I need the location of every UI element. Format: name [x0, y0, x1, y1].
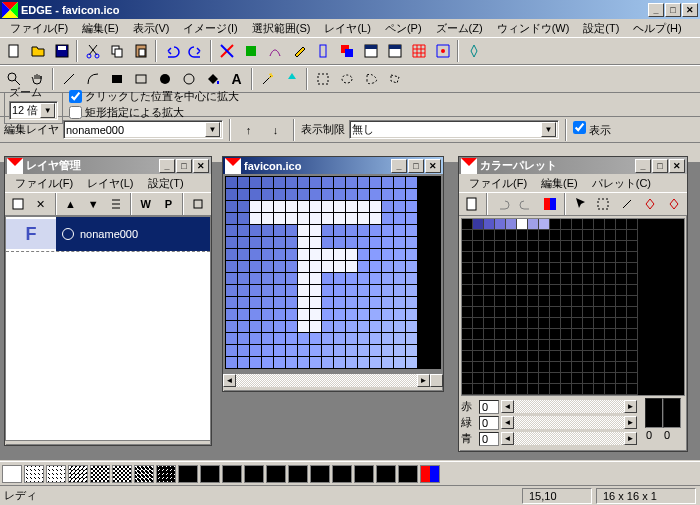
pattern-swatch[interactable] [178, 465, 198, 483]
pattern-swatch[interactable] [288, 465, 308, 483]
menu-help[interactable]: ヘルプ(H) [627, 20, 687, 37]
tool-f-button[interactable] [462, 40, 485, 62]
pattern-swatch[interactable] [2, 465, 22, 483]
pattern-swatch[interactable] [376, 465, 396, 483]
undo-button[interactable] [160, 40, 183, 62]
canvas-hscroll[interactable]: ◄► [223, 374, 443, 387]
canvas-window[interactable]: favicon.ico _□✕ ◄► [222, 156, 444, 392]
lm-menu-layer[interactable]: レイヤ(L) [81, 175, 139, 192]
pattern-swatch[interactable] [46, 465, 66, 483]
pattern-swatch[interactable] [68, 465, 88, 483]
pal-undo[interactable] [491, 193, 513, 215]
tool-b-button[interactable] [239, 40, 262, 62]
new-button[interactable] [2, 40, 25, 62]
edit-layer-dropdown[interactable]: noname000▼ [63, 120, 223, 139]
pal-t3[interactable] [663, 193, 685, 215]
redo-button[interactable] [184, 40, 207, 62]
pattern-swatch[interactable] [310, 465, 330, 483]
canvas-min[interactable]: _ [391, 159, 407, 173]
zoom-dropdown[interactable]: 12 倍▼ [9, 101, 58, 120]
sel-poly-tool[interactable] [383, 68, 406, 90]
layer-up-button[interactable]: ↑ [237, 119, 260, 141]
display-limit-dropdown[interactable]: 無し▼ [349, 120, 559, 139]
zoom-check2[interactable]: 矩形指定による拡大 [69, 105, 239, 120]
open-button[interactable] [26, 40, 49, 62]
maximize-button[interactable]: □ [665, 3, 681, 17]
text-tool[interactable]: A [225, 68, 248, 90]
pattern-swatch[interactable] [90, 465, 110, 483]
close-button[interactable]: ✕ [682, 3, 698, 17]
pattern-black[interactable] [398, 465, 418, 483]
b-value[interactable]: 0 [479, 432, 499, 446]
menu-pen[interactable]: ペン(P) [379, 20, 428, 37]
cut-button[interactable] [81, 40, 104, 62]
b-slider[interactable]: ◄► [501, 432, 637, 445]
menu-image[interactable]: イメージ(I) [177, 20, 243, 37]
curve-tool[interactable] [81, 68, 104, 90]
palette-max[interactable]: □ [652, 159, 668, 173]
lm-tool[interactable] [187, 193, 209, 215]
lm-delete-layer[interactable]: ✕ [30, 193, 52, 215]
menu-edit[interactable]: 編集(E) [76, 20, 125, 37]
fill-tool[interactable] [201, 68, 224, 90]
palette-min[interactable]: _ [635, 159, 651, 173]
pal-menu-palette[interactable]: パレット(C) [586, 175, 657, 192]
menu-window[interactable]: ウィンドウ(W) [491, 20, 576, 37]
lm-down[interactable]: ▼ [82, 193, 104, 215]
pattern-swatch[interactable] [244, 465, 264, 483]
pattern-swatch[interactable] [112, 465, 132, 483]
lm-paste[interactable]: P [158, 193, 180, 215]
canvas-max[interactable]: □ [408, 159, 424, 173]
tool-a-button[interactable] [215, 40, 238, 62]
canvas-close[interactable]: ✕ [425, 159, 441, 173]
layer-mgr-close[interactable]: ✕ [193, 159, 209, 173]
color-swap-tool[interactable] [280, 68, 303, 90]
r-value[interactable]: 0 [479, 400, 499, 414]
rect-fill-tool[interactable] [105, 68, 128, 90]
copy-button[interactable] [105, 40, 128, 62]
paste-button[interactable] [129, 40, 152, 62]
sel-ellipse-tool[interactable] [335, 68, 358, 90]
tool-snap-button[interactable] [431, 40, 454, 62]
pattern-swatch[interactable] [134, 465, 154, 483]
pattern-swatch[interactable] [222, 465, 242, 483]
lm-up[interactable]: ▲ [60, 193, 82, 215]
tool-e-button[interactable] [311, 40, 334, 62]
layer-down-button[interactable]: ↓ [264, 119, 287, 141]
tool-c-button[interactable] [263, 40, 286, 62]
sel-rect-tool[interactable] [311, 68, 334, 90]
r-slider[interactable]: ◄► [501, 400, 637, 413]
layer-mgr-max[interactable]: □ [176, 159, 192, 173]
palette-grid[interactable] [461, 218, 685, 396]
pixel-canvas[interactable] [225, 176, 441, 369]
circle-tool[interactable] [177, 68, 200, 90]
pattern-swatch[interactable] [200, 465, 220, 483]
tool-layermgr-button[interactable] [359, 40, 382, 62]
layer-manager-window[interactable]: レイヤ管理 _□✕ ファイル(F) レイヤ(L) 設定(T) ✕ ▲ ▼ W P… [4, 156, 212, 446]
pal-redo[interactable] [515, 193, 537, 215]
lm-menu-settings[interactable]: 設定(T) [142, 175, 190, 192]
menu-view[interactable]: 表示(V) [127, 20, 176, 37]
bg-color[interactable] [663, 398, 681, 428]
pattern-swatch[interactable] [156, 465, 176, 483]
pal-sel[interactable] [592, 193, 614, 215]
tool-grid-button[interactable] [407, 40, 430, 62]
g-value[interactable]: 0 [479, 416, 499, 430]
pattern-swatch[interactable] [332, 465, 352, 483]
layer-item[interactable]: F noname000 [6, 217, 210, 251]
pattern-swatch[interactable] [266, 465, 286, 483]
pal-t2[interactable] [639, 193, 661, 215]
palette-window[interactable]: カラーパレット _□✕ ファイル(F) 編集(E) パレット(C) [458, 156, 688, 452]
tool-d-button[interactable] [287, 40, 310, 62]
pal-menu-edit[interactable]: 編集(E) [535, 175, 584, 192]
rect-tool[interactable] [129, 68, 152, 90]
circle-fill-tool[interactable] [153, 68, 176, 90]
wand-tool[interactable] [256, 68, 279, 90]
menu-zoom[interactable]: ズーム(Z) [430, 20, 489, 37]
minimize-button[interactable]: _ [648, 3, 664, 17]
menu-select[interactable]: 選択範囲(S) [246, 20, 317, 37]
lm-new-layer[interactable] [7, 193, 29, 215]
show-checkbox[interactable]: 表示 [573, 121, 611, 138]
save-button[interactable] [50, 40, 73, 62]
menu-settings[interactable]: 設定(T) [577, 20, 625, 37]
